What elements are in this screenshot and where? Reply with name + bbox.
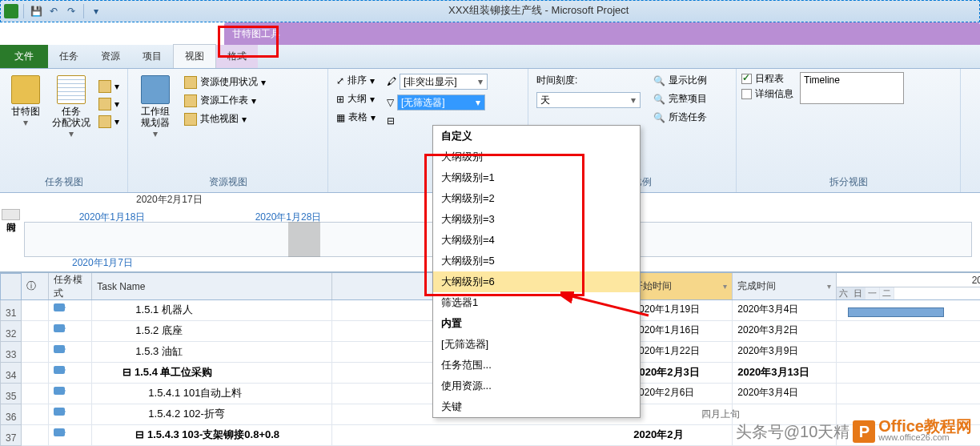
finish-cell[interactable]: 2020年3月4日 [733, 300, 837, 320]
task-name-cell[interactable]: 1.5.4.2 102-折弯 [92, 404, 332, 424]
row-number[interactable]: 36 [0, 404, 22, 425]
dropdown-custom-header: 自定义 [433, 126, 640, 147]
timeline-bottom-date: 2020年1月7日 [72, 256, 133, 270]
dropdown-item-l4[interactable]: 大纲级别=4 [433, 230, 640, 251]
gantt-day-header: 日 [851, 287, 866, 299]
mode-column-header[interactable]: 任务模式 [49, 273, 92, 299]
gantt-cell [837, 363, 980, 383]
dropdown-builtin-header: 内置 [433, 313, 640, 334]
timeline-combo-box[interactable]: Timeline [800, 72, 904, 104]
task-usage-button[interactable]: 任务 分配状况▾ [50, 72, 93, 143]
tab-format[interactable]: 格式 [216, 45, 258, 68]
dropdown-item-outline[interactable]: 大纲级别 [433, 147, 640, 167]
row-number[interactable]: 32 [0, 321, 22, 342]
finish-cell[interactable]: 2020年3月9日 [733, 342, 837, 362]
sort-item[interactable]: ⤢ 排序 ▾ [333, 72, 379, 89]
filter-combo[interactable]: ▽ [无筛选器]▾ [384, 93, 491, 112]
dropdown-item-filter1[interactable]: 筛选器1 [433, 292, 640, 313]
tab-view[interactable]: 视图 [173, 44, 216, 68]
row-number[interactable]: 31 [0, 300, 22, 321]
tab-project[interactable]: 项目 [131, 45, 173, 68]
timescale-label: 时间刻度: [533, 72, 644, 89]
start-column-header[interactable]: 开始时间▾ [629, 273, 733, 299]
row-number[interactable]: 33 [0, 342, 22, 363]
info-cell [22, 404, 49, 424]
dropdown-item-l3[interactable]: 大纲级别=3 [433, 209, 640, 230]
finish-column-header[interactable]: 完成时间▾ [733, 273, 837, 299]
info-column-header[interactable]: ⓘ [22, 273, 49, 299]
mode-cell [49, 404, 92, 424]
group-label-taskview: 任务视图 [5, 174, 122, 191]
selected-tasks-item[interactable]: 🔍 所选任务 [650, 109, 710, 126]
info-cell [22, 300, 49, 320]
start-cell[interactable]: 2020年1月19日 [629, 300, 733, 320]
gantt-day-header: 六 [837, 287, 851, 299]
mode-cell [49, 425, 92, 445]
gantt-cell [837, 384, 980, 404]
qat-customize-icon[interactable]: ▾ [89, 4, 103, 18]
finish-cell[interactable]: 2020年3月2日 [733, 321, 837, 341]
timeline-side-label: 时间表 [2, 209, 20, 220]
zoom-item[interactable]: 🔍 显示比例 [650, 72, 710, 89]
dropdown-item-taskrange[interactable]: 任务范围... [433, 355, 640, 376]
timeline-checkbox[interactable]: 日程表 [741, 72, 793, 86]
small-view-3[interactable]: ▾ [95, 114, 122, 130]
dropdown-item-resource[interactable]: 使用资源... [433, 376, 640, 396]
start-cell[interactable]: 2020年2月6日 [629, 384, 733, 404]
team-planner-button[interactable]: 工作组 规划器▾ [133, 72, 178, 143]
group-label-resview: 资源视图 [133, 174, 323, 191]
whole-project-item[interactable]: 🔍 完整项目 [650, 90, 710, 107]
task-name-cell[interactable]: 1.5.3 油缸 [92, 342, 332, 362]
mode-cell [49, 384, 92, 404]
watermark: 头条号@10天精 P Office教程网 www.office26.com [736, 420, 972, 443]
small-view-1[interactable]: ▾ [95, 78, 122, 94]
save-icon[interactable]: 💾 [29, 4, 43, 18]
finish-cell[interactable]: 2020年3月4日 [733, 384, 837, 404]
gantt-chart-button[interactable]: 甘特图▾ [5, 72, 47, 143]
task-name-cell[interactable]: 1.5.1 机器人 [92, 300, 332, 320]
small-view-2[interactable]: ▾ [95, 96, 122, 112]
other-views-item[interactable]: 其他视图 ▾ [181, 110, 269, 127]
task-name-cell[interactable]: 1.5.2 底座 [92, 321, 332, 341]
resource-sheet-item[interactable]: 资源工作表 ▾ [181, 92, 269, 109]
gantt-bar[interactable] [848, 307, 944, 317]
dropdown-item-l5[interactable]: 大纲级别=5 [433, 251, 640, 271]
tables-item[interactable]: ▦ 表格 ▾ [333, 109, 379, 126]
start-cell[interactable]: 2020年2月3日 [629, 363, 733, 383]
redo-icon[interactable]: ↷ [64, 4, 78, 18]
mode-cell [49, 342, 92, 362]
info-cell [22, 384, 49, 404]
context-tab: 甘特图工具 [224, 22, 980, 45]
resource-usage-item[interactable]: 资源使用状况 ▾ [181, 74, 269, 90]
dropdown-item-nofilter[interactable]: [无筛选器] [433, 334, 640, 355]
dropdown-item-critical[interactable]: 关键 [433, 396, 640, 417]
row-number[interactable]: 37 [0, 425, 22, 446]
task-name-cell[interactable]: 1.5.4.1 101自动上料 [92, 384, 332, 404]
finish-cell[interactable]: 2020年3月13日 [733, 363, 837, 383]
tab-task[interactable]: 任务 [48, 45, 90, 68]
highlight-combo[interactable]: 🖍 [非突出显示]▾ [384, 72, 491, 91]
timescale-combo[interactable]: 天▾ [533, 90, 644, 110]
row-number[interactable]: 35 [0, 384, 22, 404]
gantt-column-header: 2020 六日一二 [837, 273, 980, 299]
gantt-day-header: 二 [880, 287, 894, 299]
ribbon-tabs: 文件 任务 资源 项目 视图 格式 [0, 45, 980, 69]
dropdown-item-l2[interactable]: 大纲级别=2 [433, 188, 640, 209]
dropdown-item-l1[interactable]: 大纲级别=1 [433, 167, 640, 188]
task-name-cell[interactable]: ⊟ 1.5.4 单工位采购 [92, 363, 332, 383]
start-cell[interactable]: 2020年1月22日 [629, 342, 733, 362]
details-checkbox[interactable]: 详细信息 [741, 87, 793, 101]
undo-icon[interactable]: ↶ [46, 4, 61, 18]
mode-cell [49, 300, 92, 320]
start-cell[interactable] [629, 404, 733, 424]
tab-resource[interactable]: 资源 [90, 45, 131, 68]
start-cell[interactable]: 2020年1月16日 [629, 321, 733, 341]
start-cell[interactable]: 2020年2月 [629, 425, 733, 445]
dropdown-item-l6[interactable]: 大纲级别=6 [433, 271, 640, 292]
gantt-cell [837, 300, 980, 320]
outline-item[interactable]: ⊞ 大纲 ▾ [333, 90, 379, 107]
task-name-cell[interactable]: ⊟ 1.5.4.3 103-支架铆接0.8+0.8 [92, 425, 332, 445]
row-number[interactable]: 34 [0, 363, 22, 384]
name-column-header[interactable]: Task Name [92, 273, 332, 299]
tab-file[interactable]: 文件 [0, 45, 48, 68]
